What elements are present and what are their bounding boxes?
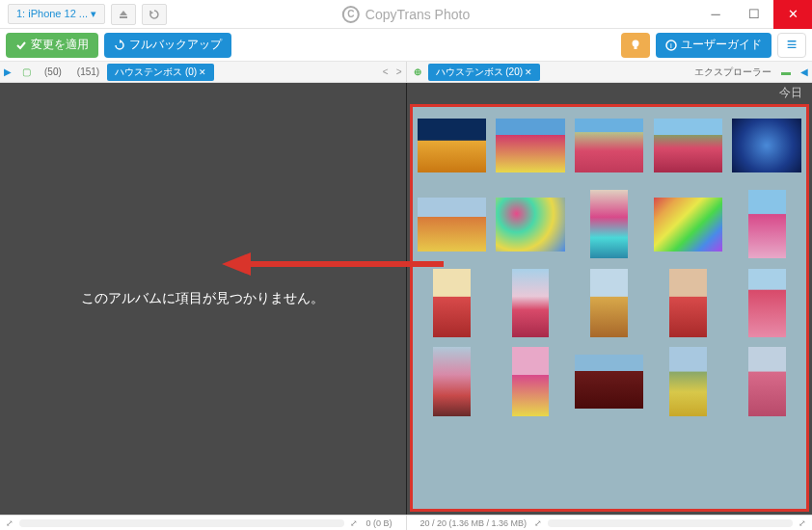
maximize-button[interactable]: ☐ bbox=[735, 0, 773, 29]
scroll-track-right[interactable] bbox=[548, 519, 793, 527]
thumbnail[interactable] bbox=[729, 187, 804, 262]
scroll-track-left[interactable] bbox=[19, 519, 344, 527]
thumbnail[interactable] bbox=[729, 344, 804, 419]
breadcrumb-count-1: (50) bbox=[37, 66, 69, 77]
zoom-out-icon[interactable]: ⤢ bbox=[6, 518, 14, 528]
refresh-button[interactable] bbox=[142, 4, 167, 25]
user-guide-button[interactable]: i ユーザーガイド bbox=[656, 33, 771, 58]
device-dropdown-label: 1: iPhone 12 ... bbox=[16, 8, 88, 19]
title-bar: 1: iPhone 12 ... ▾ C CopyTrans Photo ─ ☐… bbox=[0, 0, 812, 29]
thumbnail[interactable] bbox=[415, 108, 490, 183]
photo-image bbox=[748, 269, 786, 337]
thumbnail[interactable] bbox=[651, 265, 726, 340]
collapse-right-icon[interactable]: ◀ bbox=[797, 66, 812, 77]
status-left: ⤢ ⤢ 0 (0 B) bbox=[0, 516, 407, 530]
close-button[interactable]: ✕ bbox=[773, 0, 812, 29]
thumbnail[interactable] bbox=[572, 187, 647, 262]
thumbnail[interactable] bbox=[493, 108, 568, 183]
zoom-in-icon[interactable]: ⤢ bbox=[798, 518, 806, 528]
status-bar: ⤢ ⤢ 0 (0 B) 20 / 20 (1.36 MB / 1.36 MB) … bbox=[0, 515, 812, 530]
photo-image bbox=[669, 347, 707, 415]
photo-image bbox=[748, 347, 786, 415]
nav-next-button[interactable]: > bbox=[392, 66, 406, 77]
app-logo-icon: C bbox=[342, 6, 360, 23]
thumbnail[interactable] bbox=[415, 187, 490, 262]
backup-label: フルバックアップ bbox=[129, 37, 222, 53]
thumbnail[interactable] bbox=[572, 265, 647, 340]
status-right: 20 / 20 (1.36 MB / 1.36 MB) ⤢ ⤢ bbox=[407, 516, 813, 530]
thumbnail[interactable] bbox=[493, 265, 568, 340]
device-icon[interactable]: ▢ bbox=[19, 66, 33, 79]
breadcrumb-album-right[interactable]: ハウステンボス (20) ✕ bbox=[428, 64, 541, 81]
backup-icon bbox=[114, 40, 125, 51]
eject-button[interactable] bbox=[111, 4, 136, 25]
thumbnail[interactable] bbox=[651, 344, 726, 419]
photo-image bbox=[512, 269, 550, 337]
thumbnail[interactable] bbox=[729, 108, 804, 183]
app-title: C CopyTrans Photo bbox=[342, 6, 470, 23]
thumbnail[interactable] bbox=[572, 344, 647, 419]
left-pane[interactable]: このアルバムに項目が見つかりません。 bbox=[0, 83, 407, 515]
svg-rect-1 bbox=[635, 46, 637, 49]
app-title-text: CopyTrans Photo bbox=[365, 7, 470, 22]
full-backup-button[interactable]: フルバックアップ bbox=[104, 33, 231, 58]
device-dropdown[interactable]: 1: iPhone 12 ... ▾ bbox=[8, 4, 105, 24]
minimize-button[interactable]: ─ bbox=[696, 0, 735, 29]
toolbar: 変更を適用 フルバックアップ i ユーザーガイド ≡ bbox=[0, 29, 812, 62]
chevron-down-icon: ▾ bbox=[91, 8, 96, 19]
guide-label: ユーザーガイド bbox=[681, 37, 762, 53]
photo-image bbox=[669, 269, 707, 337]
thumbnail[interactable] bbox=[729, 265, 804, 340]
photo-image bbox=[654, 198, 722, 252]
date-header: 今日 bbox=[779, 85, 802, 101]
thumbnail[interactable] bbox=[572, 108, 647, 183]
eject-icon bbox=[118, 9, 129, 20]
menu-button[interactable]: ≡ bbox=[777, 33, 806, 58]
apply-changes-button[interactable]: 変更を適用 bbox=[6, 33, 98, 58]
breadcrumb-count-2: (151) bbox=[69, 66, 107, 77]
window-controls: ─ ☐ ✕ bbox=[696, 0, 812, 29]
info-icon: i bbox=[665, 40, 677, 51]
thumbnail[interactable] bbox=[651, 108, 726, 183]
photo-image bbox=[433, 269, 471, 337]
photo-image bbox=[496, 119, 564, 172]
thumbnail[interactable] bbox=[493, 187, 568, 262]
lightbulb-icon bbox=[629, 39, 642, 52]
add-icon[interactable]: ⊕ bbox=[411, 66, 424, 79]
close-icon[interactable]: ✕ bbox=[199, 67, 206, 77]
nav-prev-button[interactable]: < bbox=[379, 66, 392, 77]
right-pane[interactable]: 今日 bbox=[407, 83, 813, 515]
breadcrumb-bar: ▶ ▢ (50) (151) ハウステンボス (0) ✕ < > ⊕ ハウステン… bbox=[0, 62, 812, 83]
photo-image bbox=[748, 190, 786, 258]
thumbnail[interactable] bbox=[415, 265, 490, 340]
apply-label: 変更を適用 bbox=[31, 37, 89, 53]
hint-button[interactable] bbox=[621, 33, 650, 58]
status-right-text: 20 / 20 (1.36 MB / 1.36 MB) bbox=[413, 518, 535, 528]
photo-image bbox=[418, 119, 486, 172]
zoom-in-icon[interactable]: ⤢ bbox=[350, 518, 358, 528]
photo-image bbox=[654, 119, 722, 172]
photo-image bbox=[575, 355, 643, 409]
photo-image bbox=[732, 119, 800, 172]
status-left-text: 0 (0 B) bbox=[358, 518, 399, 528]
photo-image bbox=[590, 190, 628, 258]
breadcrumb-album-left[interactable]: ハウステンボス (0) ✕ bbox=[107, 64, 214, 81]
zoom-out-icon[interactable]: ⤢ bbox=[534, 518, 542, 528]
thumbnail-grid bbox=[415, 108, 805, 419]
thumbnail[interactable] bbox=[415, 344, 490, 419]
explorer-label: エクスプローラー bbox=[694, 66, 775, 79]
breadcrumb-left: ▶ ▢ (50) (151) ハウステンボス (0) ✕ < > bbox=[0, 62, 407, 82]
photo-image bbox=[575, 119, 643, 172]
svg-point-0 bbox=[633, 40, 639, 46]
close-icon[interactable]: ✕ bbox=[525, 67, 532, 77]
thumbnail[interactable] bbox=[651, 187, 726, 262]
photo-image bbox=[496, 198, 564, 252]
folder-icon[interactable]: ▬ bbox=[779, 66, 793, 79]
album-right-label: ハウステンボス (20) bbox=[436, 66, 524, 79]
main-area: このアルバムに項目が見つかりません。 今日 bbox=[0, 83, 812, 515]
collapse-left-icon[interactable]: ▶ bbox=[0, 66, 15, 77]
photo-image bbox=[433, 347, 471, 415]
svg-text:i: i bbox=[670, 41, 672, 50]
thumbnail[interactable] bbox=[493, 344, 568, 419]
check-icon bbox=[15, 40, 27, 51]
